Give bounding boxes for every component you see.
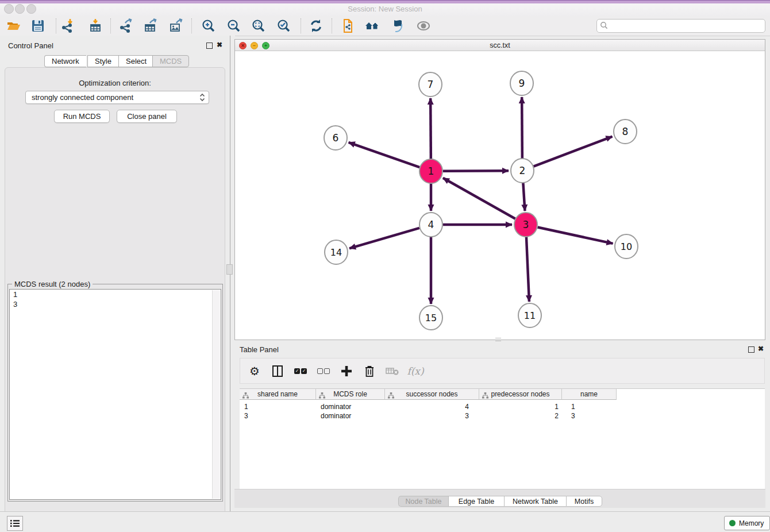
graph-edge-1-6[interactable] bbox=[349, 142, 420, 167]
main-toolbar bbox=[0, 16, 770, 36]
export-table-icon[interactable] bbox=[143, 18, 159, 34]
open-session-icon[interactable] bbox=[6, 18, 22, 34]
save-session-icon[interactable] bbox=[30, 18, 46, 34]
table-row[interactable]: 3 dominator 3 2 3 bbox=[240, 411, 617, 421]
graph-edge-1-2[interactable] bbox=[443, 171, 509, 171]
column-header-shared-name[interactable]: shared name bbox=[240, 389, 316, 400]
panel-divider-handle[interactable] bbox=[226, 264, 233, 275]
delete-column-icon[interactable] bbox=[362, 364, 377, 379]
checked-boxes-icon[interactable]: ✓✓ bbox=[293, 364, 308, 379]
toolbar-separator bbox=[56, 18, 56, 33]
import-table-icon[interactable] bbox=[87, 18, 103, 34]
graph-edge-2-3[interactable] bbox=[523, 183, 525, 211]
graph-edge-4-14[interactable] bbox=[349, 228, 419, 248]
graph-node-label-9: 9 bbox=[519, 78, 525, 89]
column-header-mcds-role[interactable]: MCDS role bbox=[316, 389, 385, 400]
graph-node-label-1: 1 bbox=[428, 165, 434, 177]
column-header-predecessor-nodes[interactable]: predecessor nodes bbox=[479, 389, 562, 400]
hierarchy-icon bbox=[388, 391, 394, 402]
add-column-icon[interactable] bbox=[339, 364, 354, 379]
task-history-button[interactable] bbox=[7, 516, 23, 531]
unchecked-boxes-icon[interactable] bbox=[316, 364, 331, 379]
zoom-selected-icon[interactable] bbox=[276, 18, 292, 34]
column-header-name[interactable]: name bbox=[562, 389, 617, 400]
graph-node-label-6: 6 bbox=[333, 132, 339, 144]
tab-select[interactable]: Select bbox=[118, 55, 153, 67]
app-title-bar: Session: New Session bbox=[0, 0, 770, 17]
tab-network-table[interactable]: Network Table bbox=[504, 496, 566, 507]
network-resize-handle[interactable] bbox=[495, 338, 501, 341]
graph-edge-2-8[interactable] bbox=[534, 137, 613, 167]
tab-edge-table[interactable]: Edge Table bbox=[448, 496, 504, 507]
tab-style[interactable]: Style bbox=[87, 55, 118, 67]
table-panel-title: Table Panel bbox=[240, 345, 279, 354]
export-network-icon[interactable] bbox=[118, 18, 134, 34]
zoom-out-icon[interactable] bbox=[226, 18, 242, 34]
graph-edge-1-7[interactable] bbox=[430, 98, 431, 159]
network-window-title: scc.txt bbox=[235, 41, 765, 49]
titlebar-accent-strip bbox=[0, 0, 770, 3]
graph-edge-3-11[interactable] bbox=[526, 237, 529, 302]
table-toolbar: ⚙ ✓✓ f(x) bbox=[240, 358, 765, 384]
list-icon bbox=[10, 519, 20, 528]
graph-node-label-8: 8 bbox=[622, 126, 629, 137]
toolbar-separator bbox=[332, 18, 332, 33]
apply-layout-icon[interactable] bbox=[308, 18, 324, 34]
memory-status-icon bbox=[729, 520, 736, 526]
zoom-fit-icon[interactable] bbox=[251, 18, 267, 34]
toolbar-separator bbox=[301, 18, 301, 33]
toolbar-separator bbox=[110, 18, 111, 33]
search-icon bbox=[600, 21, 609, 32]
close-table-panel-icon[interactable]: ✖ bbox=[758, 345, 764, 353]
export-image-icon[interactable] bbox=[168, 18, 184, 34]
graph-node-label-4: 4 bbox=[428, 219, 434, 230]
eye-icon[interactable] bbox=[415, 18, 432, 34]
result-scrollbar[interactable] bbox=[212, 290, 220, 499]
graph-edge-3-10[interactable] bbox=[538, 227, 613, 243]
network-file-icon[interactable] bbox=[340, 18, 356, 34]
control-panel-title: Control Panel bbox=[8, 41, 53, 50]
tab-mcds[interactable]: MCDS bbox=[152, 55, 189, 67]
hierarchy-icon bbox=[319, 391, 325, 402]
graph-edge-3-1[interactable] bbox=[443, 178, 515, 219]
graph-node-label-2: 2 bbox=[519, 165, 526, 176]
node-table[interactable]: shared name MCDS role successor nodes pr… bbox=[240, 388, 765, 489]
network-window-titlebar[interactable]: ✕ − + scc.txt bbox=[235, 40, 765, 51]
status-bar: Memory bbox=[0, 511, 770, 532]
graph-node-label-7: 7 bbox=[428, 79, 434, 90]
close-panel-button[interactable]: Close panel bbox=[117, 110, 177, 123]
network-graph[interactable]: 7968124314101511 bbox=[235, 51, 765, 340]
network-view-window: ✕ − + scc.txt 7968124314101511 bbox=[234, 39, 765, 340]
dropdown-stepper-icon bbox=[198, 92, 206, 106]
float-table-panel-icon[interactable] bbox=[748, 346, 754, 353]
toolbar-separator bbox=[191, 18, 192, 33]
mcds-result-list[interactable]: 1 3 bbox=[9, 289, 221, 500]
tab-motifs[interactable]: Motifs bbox=[566, 496, 602, 507]
graph-edge-2-9[interactable] bbox=[522, 97, 522, 159]
split-columns-icon[interactable] bbox=[270, 364, 285, 379]
window-title: Session: New Session bbox=[0, 5, 770, 13]
graph-node-label-11: 11 bbox=[524, 310, 536, 321]
optimization-criterion-dropdown[interactable]: strongly connected component bbox=[25, 91, 209, 104]
run-mcds-button[interactable]: Run MCDS bbox=[54, 110, 110, 123]
close-panel-icon[interactable]: ✖ bbox=[217, 41, 222, 49]
column-header-successor-nodes[interactable]: successor nodes bbox=[385, 389, 479, 400]
tab-node-table[interactable]: Node Table bbox=[398, 496, 448, 507]
search-box bbox=[596, 19, 765, 33]
mcds-result-group: MCDS result (2 nodes) 1 3 bbox=[7, 284, 223, 502]
graph-node-label-10: 10 bbox=[621, 241, 632, 252]
hierarchy-icon bbox=[482, 391, 488, 402]
table-panel: Table Panel ✖ ⚙ ✓✓ f(x) shared name MCD bbox=[234, 343, 765, 509]
graph-node-label-3: 3 bbox=[523, 219, 529, 230]
float-panel-icon[interactable] bbox=[206, 43, 213, 49]
tab-network[interactable]: Network bbox=[44, 55, 86, 67]
zoom-in-icon[interactable] bbox=[201, 18, 217, 34]
gear-icon[interactable]: ⚙ bbox=[247, 364, 262, 379]
table-row[interactable]: 1 dominator 4 1 1 bbox=[240, 402, 617, 411]
home-icon[interactable] bbox=[364, 18, 380, 34]
mcds-result-line: 3 bbox=[10, 299, 221, 309]
style-icon[interactable] bbox=[390, 18, 406, 34]
search-input[interactable] bbox=[611, 20, 763, 32]
import-network-icon[interactable] bbox=[60, 18, 76, 34]
memory-button[interactable]: Memory bbox=[724, 516, 770, 530]
